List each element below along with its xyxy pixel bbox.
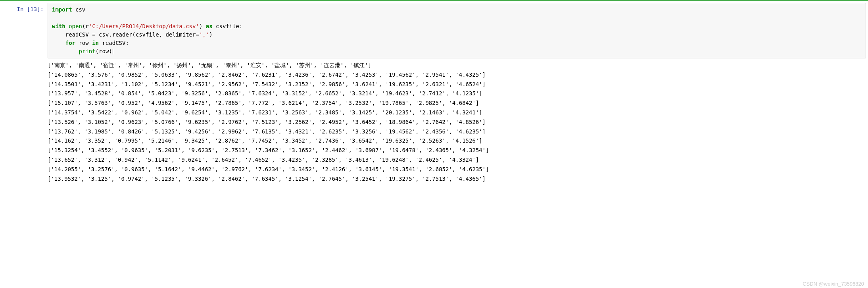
code-text: csvfile: — [213, 23, 243, 29]
code-input[interactable]: import csv with open(r'C:/Users/PRO14/De… — [48, 3, 866, 58]
keyword-as: as — [206, 23, 213, 29]
prompt-label: In — [17, 6, 24, 12]
notebook-cell: In [13]: import csv with open(r'C:/Users… — [0, 0, 868, 184]
code-text: readCSV = csv.reader(csvfile, delimiter= — [52, 31, 199, 38]
keyword-with: with — [52, 23, 65, 29]
code-text: csv — [72, 6, 86, 13]
string-delim: ',' — [199, 31, 209, 38]
keyword-import: import — [52, 6, 72, 13]
string-path: 'C:/Users/PRO14/Desktop/data.csv' — [89, 23, 199, 29]
keyword-for: for — [52, 40, 75, 46]
code-text: row — [75, 40, 92, 46]
code-text: (r — [82, 23, 89, 29]
code-text: ) — [199, 23, 206, 29]
keyword-in: in — [92, 40, 99, 46]
prompt-number: [13]: — [27, 6, 44, 12]
code-text: readCSV: — [99, 40, 129, 46]
output-area: ['南京', '南通', '宿迁', '常州', '徐州', '扬州', '无锡… — [48, 58, 866, 184]
builtin-print: print — [79, 48, 95, 54]
code-text — [52, 48, 79, 54]
cell-content: import csv with open(r'C:/Users/PRO14/De… — [48, 3, 866, 184]
code-text: ) — [209, 31, 212, 38]
input-prompt: In [13]: — [0, 3, 48, 184]
builtin-open: open — [69, 23, 82, 29]
text-cursor — [113, 49, 113, 54]
code-text: (row) — [96, 48, 112, 54]
